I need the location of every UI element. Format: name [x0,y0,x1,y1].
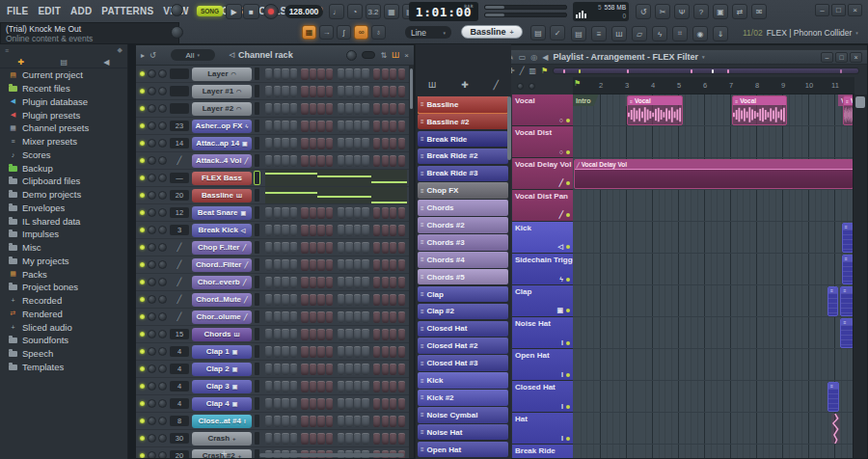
channel-button[interactable]: ChordsШ [192,328,252,341]
channel-button[interactable]: Chop F..lter╱ [192,241,252,255]
step-cell[interactable] [310,433,316,445]
step-cell[interactable] [345,103,352,115]
touch-tool-button[interactable]: ♁ [371,25,386,40]
step-cell[interactable] [390,294,396,306]
metronome-icon[interactable]: ♩ [329,4,344,19]
marker-flag-icon[interactable]: ⚑ [541,67,548,75]
toggle-plugin-picker-button[interactable]: ⌗ [672,26,688,41]
pattern-item[interactable]: ≡Noise Hat [418,424,508,441]
step-cell[interactable] [362,329,368,340]
drum-icon[interactable]: ▣ [556,307,563,314]
grid-icon[interactable]: ▥ [529,67,537,75]
pattern-selector[interactable]: Bassline + [461,25,523,39]
step-cell[interactable] [301,207,308,219]
tuner-icon[interactable]: Ι [561,403,563,410]
step-cell[interactable] [326,103,333,115]
automation-clip[interactable]: ╱Vocal Delay Vol [574,159,854,189]
step-cell[interactable] [326,416,333,427]
step-cell[interactable] [290,329,297,340]
step-cell[interactable] [290,364,297,375]
step-cell[interactable] [301,277,308,288]
step-cell[interactable] [310,242,316,254]
step-cell[interactable] [338,311,344,323]
mixer-route-indicator[interactable] [255,120,259,132]
step-cell[interactable] [290,259,297,271]
browser-item[interactable]: ▦Channel presets [0,122,127,135]
step-cell[interactable] [362,311,368,323]
step-cell[interactable] [290,381,297,392]
preview-icon[interactable]: ◀ [542,53,548,62]
step-cell[interactable] [362,68,368,80]
step-cell[interactable] [345,398,352,410]
auto-icon[interactable]: ╱ [559,179,563,187]
channel-enable-led[interactable] [140,314,145,319]
channel-pan-knob[interactable] [148,156,156,165]
step-cell[interactable] [398,294,405,306]
chat-icon[interactable]: ✉ [751,4,767,19]
song-mode-switch[interactable]: SONG [197,6,223,16]
channel-pan-knob[interactable] [148,122,156,130]
step-cell[interactable] [310,346,316,358]
mixer-route-indicator[interactable] [255,397,259,410]
mixer-route-indicator[interactable] [255,154,259,167]
close-icon[interactable]: × [404,51,409,60]
step-cell[interactable] [345,381,352,392]
channel-volume-knob[interactable] [158,417,167,425]
track-mute-led[interactable] [566,437,570,441]
blend-recording-icon[interactable]: ▦ [384,4,399,19]
step-cell[interactable] [326,86,333,97]
playlist-track-header[interactable]: Vocal Dist Pan╱ [512,190,573,222]
record-button[interactable] [263,4,279,19]
step-edit-button[interactable]: ▦ [302,25,316,40]
channel-volume-knob[interactable] [158,260,167,269]
step-cell[interactable] [373,68,380,80]
step-cell[interactable] [362,364,368,375]
wait-for-input-icon[interactable]: ◔ [347,4,363,19]
playlist-track-header[interactable]: Noise HatΙ [512,317,573,349]
channel-enable-led[interactable] [140,71,145,76]
step-cell[interactable] [282,381,288,392]
step-cell[interactable] [326,259,333,271]
channel-volume-knob[interactable] [158,174,167,182]
step-cell[interactable] [290,225,297,236]
menu-item-patterns[interactable]: PATTERNS [96,6,158,16]
patcher-icon[interactable]: ⇄ [732,4,747,19]
pattern-item[interactable]: ≡Clap #2 [418,304,508,320]
countdown-icon[interactable]: 3.2 [366,4,381,19]
step-cell[interactable] [310,225,316,236]
step-cell[interactable] [382,311,389,323]
channel-button[interactable]: Break Kick◁ [192,224,252,237]
step-cell[interactable] [390,259,396,271]
step-cell[interactable] [382,207,389,219]
step-cell[interactable] [362,242,368,254]
step-cell[interactable] [398,225,405,236]
step-cell[interactable] [265,207,272,219]
step-cell[interactable] [265,398,272,410]
step-cell[interactable] [265,259,272,271]
channel-enable-led[interactable] [140,106,145,111]
step-cell[interactable] [398,103,405,115]
channel-button[interactable]: Attac..ap 14▣ [192,137,252,150]
step-cell[interactable] [274,433,281,445]
mixer-route-indicator[interactable] [255,85,259,97]
step-cell[interactable] [338,121,344,132]
pattern-clip[interactable]: ≡ [827,382,839,412]
step-cell[interactable] [373,381,380,392]
pattern-item[interactable]: ≡Break Ride [418,131,508,148]
channel-pan-knob[interactable] [148,260,156,269]
step-cell[interactable] [362,416,368,427]
step-cell[interactable] [301,311,308,323]
step-cell[interactable] [290,416,297,427]
channel-pan-knob[interactable] [148,191,156,200]
auto-icon[interactable]: ╱ [559,211,563,219]
step-cell[interactable] [362,433,368,445]
browser-item[interactable]: Speech [0,347,127,361]
step-cell[interactable] [290,398,297,410]
playlist-track-header[interactable]: Vocal Dist○ [512,126,573,158]
step-cell[interactable] [354,329,361,340]
step-cell[interactable] [398,311,405,323]
step-cell[interactable] [345,364,352,375]
rack-swing-knob[interactable] [346,50,357,61]
channel-enable-led[interactable] [140,436,145,441]
mixer-route-indicator[interactable] [255,206,259,219]
